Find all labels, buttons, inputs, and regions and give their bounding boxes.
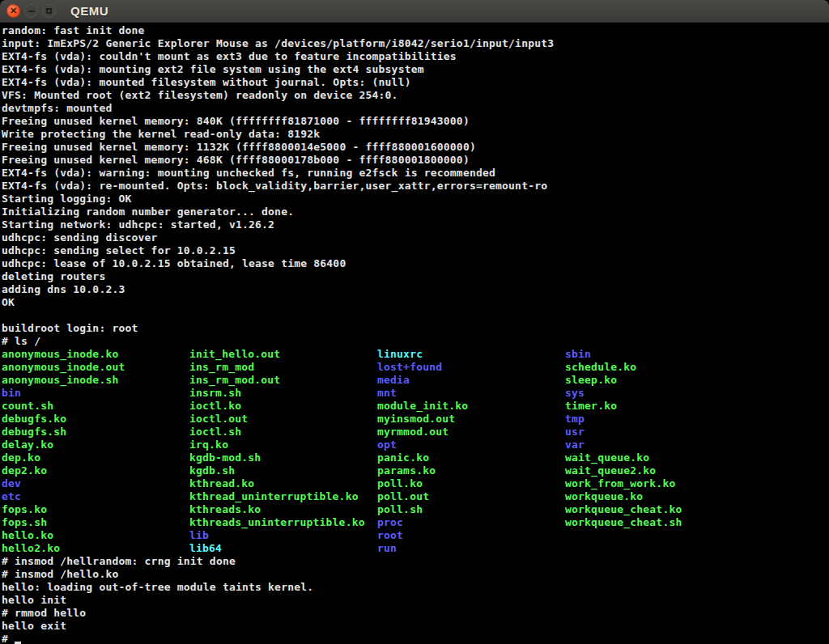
- file-entry: myrmmod.out: [377, 426, 565, 439]
- terminal-line: # rmmod hello: [2, 607, 829, 620]
- file-entry: irq.ko: [189, 439, 377, 451]
- post-lines: # insmod /hellrandom: crng init done# in…: [2, 555, 829, 633]
- file-entry: ioctl.ko: [189, 400, 377, 413]
- ls-row: dep2.kokgdb.shparams.kowait_queue2.ko: [2, 464, 829, 477]
- terminal-line: adding dns 10.0.2.3: [2, 283, 829, 296]
- ls-row: hello2.kolib64run: [2, 542, 829, 555]
- terminal-line: udhcpc: sending select for 10.0.2.15: [2, 244, 829, 257]
- file-entry: hello.ko: [2, 529, 189, 542]
- terminal-line: udhcpc: sending discover: [2, 231, 829, 244]
- file-entry: proc: [377, 516, 565, 529]
- file-entry: ins_rm_mod.out: [189, 374, 377, 387]
- terminal-line: hello exit: [2, 620, 829, 633]
- file-entry: ins_rm_mod: [189, 361, 377, 374]
- file-entry: insrm.sh: [189, 387, 377, 400]
- terminal-line: input: ImExPS/2 Generic Explorer Mouse a…: [2, 37, 829, 50]
- terminal-line: EXT4-fs (vda): mounting ext2 file system…: [2, 63, 829, 76]
- terminal-line: Starting logging: OK: [2, 193, 829, 205]
- terminal-line: Freeing unused kernel memory: 840K (ffff…: [2, 115, 829, 128]
- file-entry: opt: [377, 439, 565, 451]
- terminal-line: devtmpfs: mounted: [2, 102, 829, 115]
- ls-row: anonymous_inode.shins_rm_mod.outmediasle…: [2, 374, 829, 387]
- ls-row: anonymous_inode.koinit_hello.outlinuxrcs…: [2, 348, 829, 361]
- file-entry: dep2.ko: [2, 464, 189, 477]
- ls-row: bininsrm.shmntsys: [2, 387, 829, 400]
- file-entry: timer.ko: [565, 400, 753, 413]
- file-entry: kgdb.sh: [189, 464, 377, 477]
- file-entry: kthreads.ko: [189, 503, 377, 516]
- file-entry: media: [377, 374, 565, 387]
- terminal-line: VFS: Mounted root (ext2 filesystem) read…: [2, 89, 829, 102]
- file-entry: workqueue.ko: [565, 490, 753, 503]
- file-entry: tmp: [565, 413, 753, 426]
- file-entry: schedule.ko: [565, 361, 753, 374]
- file-entry: lib64: [189, 542, 377, 555]
- terminal-line: # ls /: [2, 335, 829, 348]
- ls-row: hello.kolibroot: [2, 529, 829, 542]
- file-entry: lost+found: [377, 361, 565, 374]
- terminal-line: # insmod /hello.ko: [2, 568, 829, 581]
- file-entry: sbin: [565, 348, 753, 361]
- file-entry: workqueue_cheat.sh: [565, 516, 753, 529]
- ls-row: debugfs.shioctl.shmyrmmod.outusr: [2, 426, 829, 439]
- prompt-line: #: [2, 633, 829, 644]
- file-entry: poll.ko: [377, 477, 565, 490]
- file-entry: wait_queue.ko: [565, 451, 753, 464]
- file-entry: hello2.ko: [2, 542, 189, 555]
- terminal-line: random: fast init done: [2, 24, 829, 37]
- terminal-line: buildroot login: root: [2, 322, 829, 335]
- ls-row: fops.kokthreads.kopoll.shworkqueue_cheat…: [2, 503, 829, 516]
- minimize-button[interactable]: [24, 4, 38, 18]
- file-entry: anonymous_inode.out: [2, 361, 189, 374]
- terminal-screen[interactable]: random: fast init doneinput: ImExPS/2 Ge…: [0, 23, 829, 644]
- file-entry: kthread_uninterruptible.ko: [189, 490, 377, 503]
- titlebar[interactable]: ✕ QEMU: [0, 0, 829, 23]
- prompt-text: #: [2, 633, 15, 644]
- file-entry: delay.ko: [2, 439, 189, 451]
- file-entry: lib: [189, 529, 377, 542]
- terminal-line: Freeing unused kernel memory: 1132K (fff…: [2, 141, 829, 154]
- file-entry: root: [377, 529, 565, 542]
- close-icon: ✕: [10, 6, 17, 15]
- ls-row: count.shioctl.komodule_init.kotimer.ko: [2, 400, 829, 413]
- file-entry: poll.sh: [377, 503, 565, 516]
- terminal-line: EXT4-fs (vda): warning: mounting uncheck…: [2, 167, 829, 180]
- file-entry: kthreads_uninterruptible.ko: [189, 516, 377, 529]
- file-entry: bin: [2, 387, 189, 400]
- file-entry: myinsmod.out: [377, 413, 565, 426]
- terminal-line: hello init: [2, 594, 829, 607]
- file-entry: kthread.ko: [189, 477, 377, 490]
- file-entry: anonymous_inode.sh: [2, 374, 189, 387]
- boot-lines: random: fast init doneinput: ImExPS/2 Ge…: [2, 24, 829, 348]
- file-entry: sleep.ko: [565, 374, 753, 387]
- ls-row: etckthread_uninterruptible.kopoll.outwor…: [2, 490, 829, 503]
- file-entry: init_hello.out: [189, 348, 377, 361]
- terminal-line: hello: loading out-of-tree module taints…: [2, 581, 829, 594]
- file-entry: run: [377, 542, 565, 555]
- file-entry: dev: [2, 477, 189, 490]
- terminal-line: Write protecting the kernel read-only da…: [2, 128, 829, 141]
- file-entry: anonymous_inode.ko: [2, 348, 189, 361]
- maximize-button[interactable]: [42, 4, 56, 18]
- terminal-line: Starting network: udhcpc: started, v1.26…: [2, 218, 829, 231]
- terminal-line: deleting routers: [2, 270, 829, 283]
- terminal-line: [2, 309, 829, 322]
- file-entry: mnt: [377, 387, 565, 400]
- file-entry: etc: [2, 490, 189, 503]
- file-entry: usr: [565, 426, 753, 439]
- ls-listing: anonymous_inode.koinit_hello.outlinuxrcs…: [2, 348, 829, 555]
- terminal-line: OK: [2, 296, 829, 309]
- file-entry: workqueue_cheat.ko: [565, 503, 753, 516]
- file-entry: panic.ko: [377, 451, 565, 464]
- ls-row: devkthread.kopoll.kowork_from_work.ko: [2, 477, 829, 490]
- file-entry: fops.ko: [2, 503, 189, 516]
- file-entry: module_init.ko: [377, 400, 565, 413]
- file-entry: ioctl.sh: [189, 426, 377, 439]
- file-entry: var: [565, 439, 753, 451]
- ls-row: delay.koirq.kooptvar: [2, 439, 829, 451]
- terminal-line: EXT4-fs (vda): mounted filesystem withou…: [2, 76, 829, 89]
- minimize-icon: [28, 11, 35, 12]
- close-button[interactable]: ✕: [6, 4, 20, 18]
- file-entry: debugfs.sh: [2, 426, 189, 439]
- ls-row: anonymous_inode.outins_rm_modlost+founds…: [2, 361, 829, 374]
